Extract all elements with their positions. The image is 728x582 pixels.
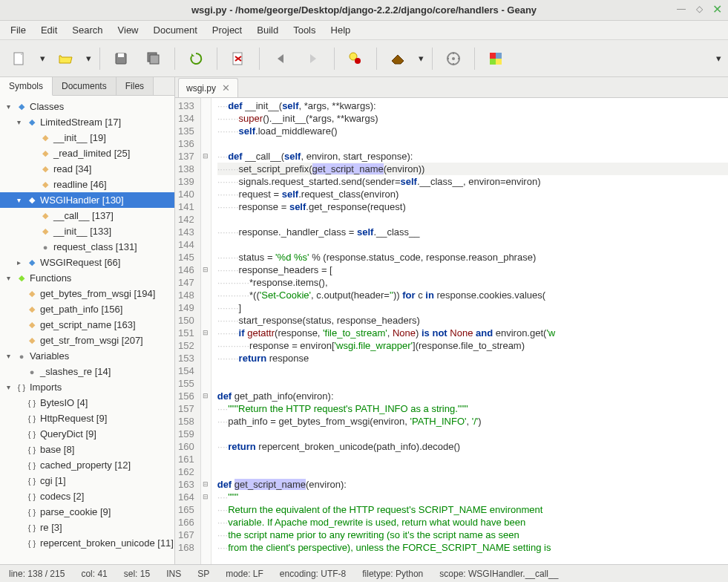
tab-wsgi[interactable]: wsgi.py ✕ [178,78,238,97]
tree-fn-get-script[interactable]: ◆get_script_name [163] [0,317,174,333]
tree-imp-base[interactable]: { }base [8] [0,442,174,457]
sidebar-tab-symbols[interactable]: Symbols [0,77,53,96]
tree-var-slashes[interactable]: ●_slashes_re [14] [0,364,174,379]
svg-point-9 [452,57,455,60]
tree-classes[interactable]: ▾◆Classes [0,99,174,114]
window-titlebar: wsgi.py - /home/george/Desktop/django-2.… [0,0,728,21]
open-file-dropdown-icon[interactable]: ▾ [85,53,92,64]
sidebar-tab-files[interactable]: Files [117,77,154,95]
svg-rect-11 [496,53,502,59]
toolbar-separator [474,48,475,70]
svg-rect-4 [150,55,159,64]
toolbar-separator [217,48,217,70]
svg-rect-2 [118,53,124,57]
menu-view[interactable]: View [111,22,146,39]
toolbar-overflow-icon[interactable]: ▾ [715,53,722,64]
tree-imp-querydict[interactable]: { }QueryDict [9] [0,426,174,442]
tree-imp-re[interactable]: { }re [3] [0,520,174,535]
tree-imp-cached[interactable]: { }cached_property [12] [0,457,174,473]
tree-ls-read-limited[interactable]: ◆_read_limited [25] [0,146,174,161]
code-editor[interactable]: 1331341351361371381391401411421431441451… [175,98,728,564]
tab-label: wsgi.py [186,83,216,94]
status-bar: line: 138 / 215 col: 41 sel: 15 INS SP m… [0,564,728,582]
tree-wh-request-class[interactable]: ●request_class [131] [0,239,174,255]
close-file-icon[interactable] [225,45,252,72]
new-file-icon[interactable] [6,45,33,72]
toolbar-separator [259,48,260,70]
status-filetype: filetype: Python [362,569,423,579]
open-file-icon[interactable] [52,45,79,72]
compile-icon[interactable] [342,45,369,72]
tree-fn-get-str[interactable]: ◆get_str_from_wsgi [207] [0,333,174,348]
tree-fn-get-bytes[interactable]: ◆get_bytes_from_wsgi [194] [0,286,174,301]
status-scope: scope: WSGIHandler.__call__ [439,569,558,579]
toolbar-separator [376,48,377,70]
symbols-tree[interactable]: ▾◆Classes ▾◆LimitedStream [17] ◆__init__… [0,96,174,564]
minimize-icon[interactable]: — [676,4,686,14]
line-gutter: 1331341351361371381391401411421431441451… [175,98,201,564]
build-dropdown-icon[interactable]: ▾ [417,53,424,64]
status-sel: sel: 15 [124,569,150,579]
status-mode: mode: LF [226,569,263,579]
svg-rect-12 [490,59,496,65]
menu-build[interactable]: Build [249,22,286,39]
tree-wsgihandler[interactable]: ▾◆WSGIHandler [130] [0,192,174,208]
tree-imp-codecs[interactable]: { }codecs [2] [0,488,174,504]
menu-edit[interactable]: Edit [33,22,65,39]
color-chooser-icon[interactable] [482,45,509,72]
maximize-icon[interactable]: ◇ [694,4,704,14]
status-sp: SP [197,569,209,579]
tree-variables[interactable]: ▾●Variables [0,348,174,364]
tree-imp-httpreq[interactable]: { }HttpRequest [9] [0,411,174,426]
code-area[interactable]: ····def __init__(self, *args, **kwargs):… [211,98,728,564]
svg-rect-13 [496,59,502,65]
menu-project[interactable]: Project [205,22,249,39]
svg-point-7 [355,58,361,64]
tree-fn-get-path[interactable]: ◆get_path_info [156] [0,301,174,317]
menu-document[interactable]: Document [146,22,205,39]
menu-tools[interactable]: Tools [286,22,323,39]
save-icon[interactable] [108,45,134,72]
tree-imports[interactable]: ▾{ }Imports [0,379,174,395]
status-line: line: 138 / 215 [9,569,65,579]
tree-imp-cgi[interactable]: { }cgi [1] [0,473,174,488]
execute-icon[interactable] [440,45,467,72]
toolbar: ▾ ▾ ▾ ▾ [0,40,728,77]
menu-file[interactable]: File [3,22,33,39]
toolbar-separator [432,48,433,70]
reload-icon[interactable] [183,45,209,72]
tab-close-icon[interactable]: ✕ [222,82,230,94]
window-title: wsgi.py - /home/george/Desktop/django-2.… [191,4,537,16]
tree-imp-parse[interactable]: { }parse_cookie [9] [0,504,174,520]
sidebar-tab-documents[interactable]: Documents [53,77,117,95]
save-all-icon[interactable] [140,45,167,72]
tree-wh-call[interactable]: ◆__call__ [137] [0,208,174,223]
toolbar-separator [174,48,175,70]
tree-functions[interactable]: ▾◆Functions [0,270,174,286]
tree-ls-readline[interactable]: ◆readline [46] [0,177,174,192]
back-icon[interactable] [267,45,294,72]
menu-search[interactable]: Search [65,22,110,39]
fold-column[interactable]: ⊟⊟⊟⊟⊟⊟ [201,98,211,564]
status-col: col: 41 [81,569,107,579]
sidebar: Symbols Documents Files ▾◆Classes ▾◆Limi… [0,77,175,564]
tree-imp-repercent[interactable]: { }repercent_broken_unicode [11] [0,535,174,551]
tree-ls-read[interactable]: ◆read [34] [0,161,174,177]
build-icon[interactable] [384,45,411,72]
tree-wsgirequest[interactable]: ▸◆WSGIRequest [66] [0,255,174,270]
menu-help[interactable]: Help [324,22,358,39]
menu-bar: File Edit Search View Document Project B… [0,21,728,40]
tree-imp-bytesio[interactable]: { }BytesIO [4] [0,395,174,411]
new-file-dropdown-icon[interactable]: ▾ [39,53,46,64]
forward-icon[interactable] [300,45,327,72]
svg-rect-10 [490,53,496,59]
editor-tabs: wsgi.py ✕ [175,77,728,98]
toolbar-separator [99,48,100,70]
status-encoding: encoding: UTF-8 [280,569,346,579]
tree-ls-init[interactable]: ◆__init__ [19] [0,130,174,146]
tree-limitedstream[interactable]: ▾◆LimitedStream [17] [0,114,174,130]
tree-wh-init[interactable]: ◆__init__ [133] [0,223,174,239]
close-icon[interactable]: ✕ [712,4,722,14]
toolbar-separator [334,48,335,70]
status-ins: INS [166,569,181,579]
